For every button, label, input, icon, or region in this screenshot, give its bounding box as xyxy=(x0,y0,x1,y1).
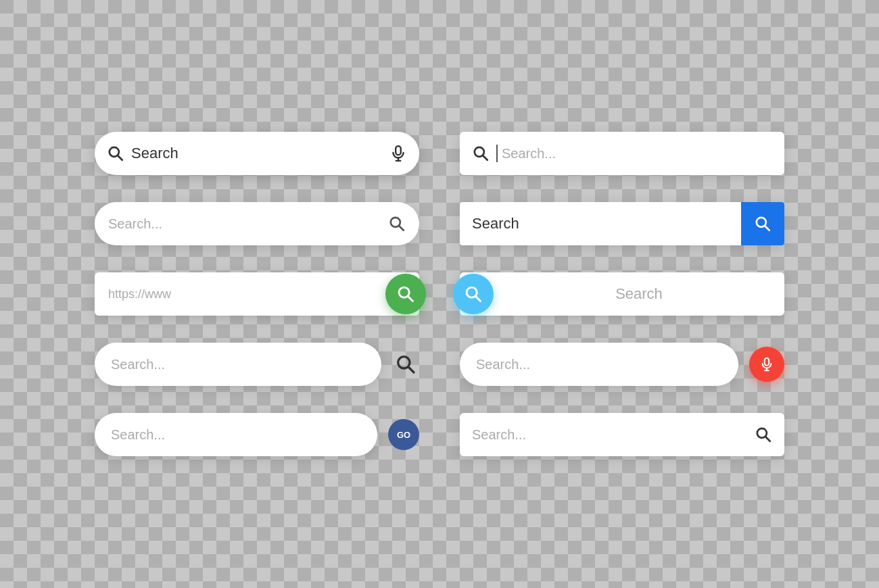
search-bar-5-left-wrap: Search... GO xyxy=(95,413,419,456)
search-bars-grid: Search Search... Search... Search xyxy=(68,105,811,483)
search-bar-4-right-wrap: Search... xyxy=(460,343,784,386)
search-bar-1-right[interactable]: Search... xyxy=(460,132,784,175)
svg-line-1 xyxy=(118,155,122,160)
search-placeholder: Search... xyxy=(111,427,165,443)
svg-rect-17 xyxy=(765,358,769,366)
mic-icon xyxy=(389,145,407,162)
search-icon-outside[interactable] xyxy=(392,351,419,378)
svg-line-12 xyxy=(408,297,413,301)
text-cursor xyxy=(496,145,498,162)
svg-line-6 xyxy=(483,155,488,160)
search-bar-1-left[interactable]: Search xyxy=(95,132,419,175)
search-icon-white xyxy=(396,285,415,303)
search-icon xyxy=(107,145,124,162)
search-icon xyxy=(755,426,772,443)
search-bar-4-left[interactable]: Search... xyxy=(95,343,381,386)
search-bar-5-left[interactable]: Search... xyxy=(95,413,377,456)
search-bar-4-right[interactable]: Search... xyxy=(460,343,738,386)
search-bar-4-left-wrap: Search... xyxy=(95,343,419,386)
search-bar-5-right[interactable]: Search... xyxy=(460,413,784,456)
search-icon-white xyxy=(464,285,483,303)
search-placeholder: Search... xyxy=(476,357,530,372)
go-label: GO xyxy=(397,430,410,440)
search-icon xyxy=(388,215,406,232)
search-text: Search xyxy=(131,145,383,162)
search-text: Search xyxy=(615,285,663,303)
search-placeholder: Search... xyxy=(108,216,388,232)
search-icon xyxy=(472,145,490,162)
search-bar-2-right[interactable]: Search xyxy=(460,202,784,245)
green-search-button[interactable] xyxy=(385,274,426,314)
search-placeholder: Search... xyxy=(502,146,556,162)
search-placeholder: Search... xyxy=(111,357,165,372)
go-button[interactable]: GO xyxy=(388,419,419,450)
red-mic-button[interactable] xyxy=(749,347,784,382)
search-bar-2-left[interactable]: Search... xyxy=(95,202,419,245)
search-icon xyxy=(395,353,417,375)
search-bar-3-right[interactable]: Search xyxy=(460,272,784,316)
blue-search-button[interactable] xyxy=(741,202,784,245)
search-bar-3-right-wrap: Search xyxy=(460,272,784,316)
svg-line-14 xyxy=(476,297,481,301)
svg-line-16 xyxy=(408,367,414,372)
svg-line-8 xyxy=(399,226,404,230)
cyan-search-button[interactable] xyxy=(453,274,494,314)
search-icon-white xyxy=(754,215,771,232)
mic-icon-white xyxy=(759,357,774,372)
svg-line-10 xyxy=(765,226,769,230)
svg-line-21 xyxy=(765,437,770,441)
svg-rect-2 xyxy=(396,146,401,155)
search-text: Search xyxy=(460,215,741,232)
search-bar-3-left-wrap: https://www xyxy=(95,272,419,316)
search-bar-3-left[interactable]: https://www xyxy=(95,272,419,316)
url-placeholder: https://www xyxy=(108,287,171,301)
search-placeholder: Search... xyxy=(472,427,755,443)
